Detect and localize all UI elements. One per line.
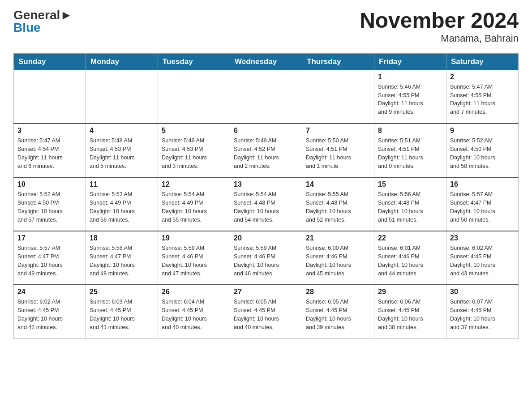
day-info: Sunrise: 5:52 AM Sunset: 4:50 PM Dayligh… — [17, 190, 82, 224]
location-text: Manama, Bahrain — [360, 33, 519, 44]
day-number: 9 — [450, 127, 515, 135]
calendar-cell: 16Sunrise: 5:57 AM Sunset: 4:47 PM Dayli… — [446, 177, 519, 231]
week-row-5: 24Sunrise: 6:02 AM Sunset: 4:45 PM Dayli… — [14, 285, 519, 338]
calendar-cell — [158, 70, 230, 124]
day-info: Sunrise: 5:59 AM Sunset: 4:46 PM Dayligh… — [234, 244, 298, 278]
day-number: 12 — [162, 180, 226, 188]
day-number: 14 — [306, 180, 370, 188]
calendar-cell: 21Sunrise: 6:00 AM Sunset: 4:46 PM Dayli… — [302, 231, 374, 285]
logo: General► Blue — [13, 9, 73, 34]
calendar-cell — [302, 70, 374, 124]
day-number: 8 — [378, 127, 442, 135]
week-row-3: 10Sunrise: 5:52 AM Sunset: 4:50 PM Dayli… — [14, 177, 519, 231]
col-header-tuesday: Tuesday — [158, 53, 230, 70]
day-number: 22 — [378, 234, 442, 242]
calendar-cell: 7Sunrise: 5:50 AM Sunset: 4:51 PM Daylig… — [302, 124, 374, 177]
calendar-cell: 12Sunrise: 5:54 AM Sunset: 4:49 PM Dayli… — [158, 177, 230, 231]
day-info: Sunrise: 5:54 AM Sunset: 4:48 PM Dayligh… — [234, 190, 298, 224]
calendar-cell: 1Sunrise: 5:46 AM Sunset: 4:55 PM Daylig… — [374, 70, 446, 124]
calendar-cell: 9Sunrise: 5:52 AM Sunset: 4:50 PM Daylig… — [446, 124, 519, 177]
calendar-cell: 20Sunrise: 5:59 AM Sunset: 4:46 PM Dayli… — [230, 231, 302, 285]
col-header-wednesday: Wednesday — [230, 53, 302, 70]
week-row-1: 1Sunrise: 5:46 AM Sunset: 4:55 PM Daylig… — [14, 70, 519, 124]
day-number: 17 — [17, 234, 82, 242]
day-number: 1 — [378, 73, 442, 81]
col-header-saturday: Saturday — [446, 53, 519, 70]
day-info: Sunrise: 5:52 AM Sunset: 4:50 PM Dayligh… — [450, 137, 515, 170]
calendar-cell: 24Sunrise: 6:02 AM Sunset: 4:45 PM Dayli… — [14, 285, 86, 338]
week-row-2: 3Sunrise: 5:47 AM Sunset: 4:54 PM Daylig… — [14, 124, 519, 177]
day-info: Sunrise: 6:05 AM Sunset: 4:45 PM Dayligh… — [234, 298, 298, 331]
day-number: 6 — [234, 127, 298, 135]
day-number: 30 — [450, 288, 515, 296]
calendar-cell: 30Sunrise: 6:07 AM Sunset: 4:45 PM Dayli… — [446, 285, 519, 338]
day-info: Sunrise: 6:01 AM Sunset: 4:46 PM Dayligh… — [378, 244, 442, 278]
calendar-cell: 23Sunrise: 6:02 AM Sunset: 4:45 PM Dayli… — [446, 231, 519, 285]
day-info: Sunrise: 5:47 AM Sunset: 4:54 PM Dayligh… — [17, 137, 82, 170]
col-header-monday: Monday — [86, 53, 158, 70]
calendar-cell: 2Sunrise: 5:47 AM Sunset: 4:55 PM Daylig… — [446, 70, 519, 124]
calendar-cell: 13Sunrise: 5:54 AM Sunset: 4:48 PM Dayli… — [230, 177, 302, 231]
day-info: Sunrise: 6:06 AM Sunset: 4:45 PM Dayligh… — [378, 298, 442, 331]
logo-general-text: General► — [13, 9, 73, 21]
day-info: Sunrise: 5:49 AM Sunset: 4:52 PM Dayligh… — [234, 137, 298, 170]
day-number: 23 — [450, 234, 515, 242]
day-info: Sunrise: 5:47 AM Sunset: 4:55 PM Dayligh… — [450, 83, 515, 116]
calendar-cell: 5Sunrise: 5:49 AM Sunset: 4:53 PM Daylig… — [158, 124, 230, 177]
day-info: Sunrise: 6:02 AM Sunset: 4:45 PM Dayligh… — [17, 298, 82, 331]
calendar-table: Sunday Monday Tuesday Wednesday Thursday… — [13, 53, 519, 339]
day-info: Sunrise: 5:46 AM Sunset: 4:55 PM Dayligh… — [378, 83, 442, 116]
calendar-cell: 28Sunrise: 6:05 AM Sunset: 4:45 PM Dayli… — [302, 285, 374, 338]
calendar-cell: 3Sunrise: 5:47 AM Sunset: 4:54 PM Daylig… — [14, 124, 86, 177]
day-info: Sunrise: 6:02 AM Sunset: 4:45 PM Dayligh… — [450, 244, 515, 278]
calendar-cell: 17Sunrise: 5:57 AM Sunset: 4:47 PM Dayli… — [14, 231, 86, 285]
title-block: November 2024 Manama, Bahrain — [360, 9, 519, 44]
week-row-4: 17Sunrise: 5:57 AM Sunset: 4:47 PM Dayli… — [14, 231, 519, 285]
calendar-cell: 8Sunrise: 5:51 AM Sunset: 4:51 PM Daylig… — [374, 124, 446, 177]
calendar-cell: 19Sunrise: 5:59 AM Sunset: 4:46 PM Dayli… — [158, 231, 230, 285]
calendar-cell: 25Sunrise: 6:03 AM Sunset: 4:45 PM Dayli… — [86, 285, 158, 338]
page-header: General► Blue November 2024 Manama, Bahr… — [13, 9, 519, 44]
day-number: 2 — [450, 73, 515, 81]
calendar-header-row: Sunday Monday Tuesday Wednesday Thursday… — [14, 53, 519, 70]
day-info: Sunrise: 5:49 AM Sunset: 4:53 PM Dayligh… — [162, 137, 226, 170]
day-number: 4 — [90, 127, 154, 135]
day-info: Sunrise: 5:58 AM Sunset: 4:47 PM Dayligh… — [90, 244, 154, 278]
day-number: 18 — [90, 234, 154, 242]
day-info: Sunrise: 6:03 AM Sunset: 4:45 PM Dayligh… — [90, 298, 154, 331]
day-number: 21 — [306, 234, 370, 242]
day-info: Sunrise: 5:54 AM Sunset: 4:49 PM Dayligh… — [162, 190, 226, 224]
day-number: 26 — [162, 288, 226, 296]
day-info: Sunrise: 5:57 AM Sunset: 4:47 PM Dayligh… — [17, 244, 82, 278]
day-number: 15 — [378, 180, 442, 188]
day-number: 10 — [17, 180, 82, 188]
calendar-cell: 29Sunrise: 6:06 AM Sunset: 4:45 PM Dayli… — [374, 285, 446, 338]
day-info: Sunrise: 5:50 AM Sunset: 4:51 PM Dayligh… — [306, 137, 370, 170]
day-info: Sunrise: 5:59 AM Sunset: 4:46 PM Dayligh… — [162, 244, 226, 278]
calendar-cell: 18Sunrise: 5:58 AM Sunset: 4:47 PM Dayli… — [86, 231, 158, 285]
logo-blue-text: Blue — [13, 21, 41, 34]
day-info: Sunrise: 5:53 AM Sunset: 4:49 PM Dayligh… — [90, 190, 154, 224]
day-info: Sunrise: 5:55 AM Sunset: 4:48 PM Dayligh… — [306, 190, 370, 224]
day-number: 27 — [234, 288, 298, 296]
calendar-cell — [86, 70, 158, 124]
day-number: 28 — [306, 288, 370, 296]
day-number: 13 — [234, 180, 298, 188]
calendar-cell: 26Sunrise: 6:04 AM Sunset: 4:45 PM Dayli… — [158, 285, 230, 338]
day-number: 11 — [90, 180, 154, 188]
month-title: November 2024 — [360, 9, 519, 33]
day-info: Sunrise: 5:48 AM Sunset: 4:53 PM Dayligh… — [90, 137, 154, 170]
calendar-cell: 27Sunrise: 6:05 AM Sunset: 4:45 PM Dayli… — [230, 285, 302, 338]
col-header-sunday: Sunday — [14, 53, 86, 70]
day-number: 16 — [450, 180, 515, 188]
day-info: Sunrise: 5:51 AM Sunset: 4:51 PM Dayligh… — [378, 137, 442, 170]
calendar-cell — [14, 70, 86, 124]
calendar-cell: 10Sunrise: 5:52 AM Sunset: 4:50 PM Dayli… — [14, 177, 86, 231]
calendar-cell: 15Sunrise: 5:56 AM Sunset: 4:48 PM Dayli… — [374, 177, 446, 231]
day-number: 25 — [90, 288, 154, 296]
day-info: Sunrise: 5:57 AM Sunset: 4:47 PM Dayligh… — [450, 190, 515, 224]
calendar-cell: 14Sunrise: 5:55 AM Sunset: 4:48 PM Dayli… — [302, 177, 374, 231]
day-number: 20 — [234, 234, 298, 242]
calendar-cell: 6Sunrise: 5:49 AM Sunset: 4:52 PM Daylig… — [230, 124, 302, 177]
col-header-thursday: Thursday — [302, 53, 374, 70]
